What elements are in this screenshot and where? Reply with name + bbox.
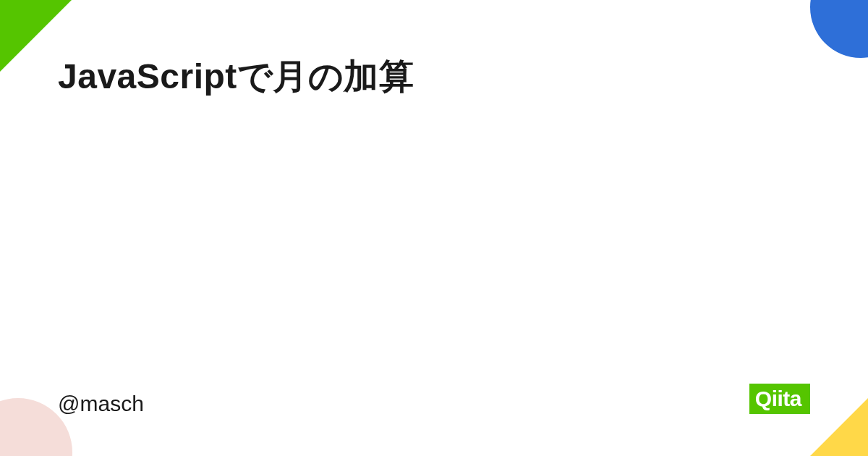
author-handle: @masch bbox=[58, 392, 144, 416]
corner-decoration-bottom-right bbox=[807, 394, 868, 456]
corner-decoration-top-right bbox=[810, 0, 868, 58]
article-title: JavaScriptで月の加算 bbox=[58, 52, 810, 101]
qiita-logo-text: Qiita bbox=[755, 387, 801, 411]
qiita-logo: Qiita bbox=[749, 384, 810, 414]
